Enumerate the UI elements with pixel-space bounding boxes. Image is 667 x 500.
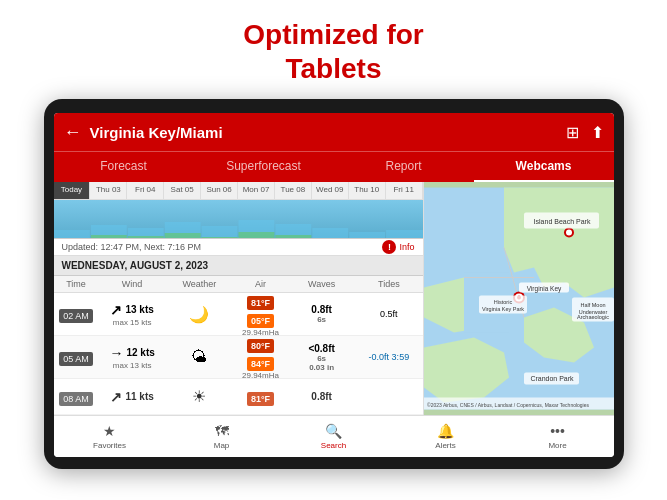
nav-favorites[interactable]: ★ Favorites	[54, 423, 166, 450]
air-badge: 81°F	[247, 392, 274, 406]
weather-icon: ☀	[192, 388, 206, 405]
air-cell: 81°F	[233, 388, 288, 406]
table-header: Time Wind Weather Air Waves Tides	[54, 276, 423, 293]
chart-day-4: Sun 06	[201, 182, 238, 199]
more-icon: •••	[550, 423, 565, 439]
nav-search-label: Search	[321, 441, 346, 450]
chart-area: Today Thu 03 Fri 04 Sat 05 Sun 06 Mon 07…	[54, 182, 423, 239]
time-cell: 05 AM	[54, 348, 99, 366]
headline: Optimized for Tablets	[243, 18, 423, 85]
map-view-icon[interactable]: ⊞	[566, 123, 579, 142]
svg-rect-13	[127, 236, 163, 239]
time-badge: 05 AM	[59, 352, 93, 366]
waves-value: <0.8ft	[288, 343, 355, 354]
nav-map[interactable]: 🗺 Map	[166, 423, 278, 450]
weather-cell: 🌙	[166, 305, 233, 324]
svg-text:Island Beach Park: Island Beach Park	[533, 218, 590, 225]
tab-superforecast[interactable]: Superforecast	[194, 152, 334, 182]
chart-day-5: Mon 07	[238, 182, 275, 199]
table-row: 02 AM ↗ 13 kts max 15 kts 🌙	[54, 293, 423, 336]
waves-cell: 0.8ft 6s	[288, 304, 355, 324]
col-tides: Tides	[355, 279, 422, 289]
svg-rect-16	[238, 232, 274, 239]
weather-icon: 🌤	[191, 348, 207, 365]
updated-text: Updated: 12:47 PM, Next: 7:16 PM	[62, 242, 202, 252]
svg-text:Archaeologic: Archaeologic	[577, 314, 609, 320]
svg-rect-12	[90, 235, 126, 239]
chart-day-6: Tue 08	[275, 182, 312, 199]
wind-speed: 11 kts	[125, 391, 153, 402]
updated-bar: Updated: 12:47 PM, Next: 7:16 PM ! Info	[54, 239, 423, 256]
content-area: Today Thu 03 Fri 04 Sat 05 Sun 06 Mon 07…	[54, 182, 614, 415]
waves-cell: 0.8ft	[288, 391, 355, 402]
weather-cell: 🌤	[166, 348, 233, 366]
tides-value: 0.5ft	[380, 309, 398, 319]
app-header: ← Virginia Key/Miami ⊞ ⬆	[54, 113, 614, 151]
col-air: Air	[233, 279, 288, 289]
air-badge2: 84°F	[247, 357, 274, 371]
svg-point-30	[566, 230, 572, 236]
wind-sub: max 15 kts	[99, 318, 166, 327]
bottom-nav: ★ Favorites 🗺 Map 🔍 Search 🔔 Alerts •••	[54, 415, 614, 457]
air-badge: 80°F	[247, 339, 274, 353]
nav-more[interactable]: ••• More	[502, 423, 614, 450]
wind-main: ↗ 13 kts	[99, 302, 166, 318]
weather-icon: 🌙	[189, 306, 209, 323]
headline-line2: Tablets	[243, 52, 423, 86]
tablet-device: ← Virginia Key/Miami ⊞ ⬆ Forecast Superf…	[44, 99, 624, 469]
svg-rect-15	[201, 237, 237, 239]
nav-alerts-label: Alerts	[435, 441, 455, 450]
svg-rect-10	[386, 230, 423, 239]
chart-days: Today Thu 03 Fri 04 Sat 05 Sun 06 Mon 07…	[54, 182, 423, 200]
chart-day-2: Fri 04	[127, 182, 164, 199]
wind-speed: 13 kts	[125, 304, 153, 315]
location-title: Virginia Key/Miami	[90, 124, 566, 141]
info-icon: !	[382, 240, 396, 254]
nav-favorites-label: Favorites	[93, 441, 126, 450]
nav-more-label: More	[548, 441, 566, 450]
map-icon: 🗺	[215, 423, 229, 439]
svg-text:Half Moon: Half Moon	[580, 302, 605, 308]
search-icon: 🔍	[325, 423, 342, 439]
svg-text:Virginia Key: Virginia Key	[526, 285, 561, 293]
wind-speed: 12 kts	[126, 347, 154, 358]
wind-cell: → 12 kts max 13 kts	[99, 345, 166, 370]
tablet-screen: ← Virginia Key/Miami ⊞ ⬆ Forecast Superf…	[54, 113, 614, 457]
tabs-bar: Forecast Superforecast Report Webcams	[54, 151, 614, 182]
share-icon[interactable]: ⬆	[591, 123, 604, 142]
nav-search[interactable]: 🔍 Search	[278, 423, 390, 450]
chart-day-3: Sat 05	[164, 182, 201, 199]
svg-text:Virginia Key Park: Virginia Key Park	[481, 306, 523, 312]
left-panel: Today Thu 03 Fri 04 Sat 05 Sun 06 Mon 07…	[54, 182, 424, 415]
svg-rect-11	[54, 238, 90, 239]
info-label: Info	[399, 242, 414, 252]
svg-rect-17	[275, 235, 311, 239]
back-button[interactable]: ←	[64, 122, 82, 143]
time-cell: 02 AM	[54, 305, 99, 323]
chart-day-8: Thu 10	[349, 182, 386, 199]
col-waves: Waves	[288, 279, 355, 289]
waves-cell: <0.8ft 6s 0.03 in	[288, 343, 355, 372]
tides-value: -0.0ft 3:59	[369, 352, 410, 362]
waves-sub: 6s	[288, 315, 355, 324]
col-wind: Wind	[99, 279, 166, 289]
tab-forecast[interactable]: Forecast	[54, 152, 194, 182]
tides-cell: 0.5ft	[355, 309, 422, 319]
time-badge: 08 AM	[59, 392, 93, 406]
rain-sub: 0.03 in	[288, 363, 355, 372]
tab-report[interactable]: Report	[334, 152, 474, 182]
tab-webcams[interactable]: Webcams	[474, 152, 614, 182]
wave-chart	[54, 200, 423, 239]
svg-rect-18	[312, 238, 348, 239]
alerts-icon: 🔔	[437, 423, 454, 439]
tides-cell: -0.0ft 3:59	[355, 352, 422, 362]
wind-main: → 12 kts	[99, 345, 166, 361]
waves-value: 0.8ft	[288, 391, 355, 402]
wind-main: ↗ 11 kts	[99, 389, 166, 405]
wind-arrow-icon: ↗	[110, 389, 122, 405]
info-badge[interactable]: ! Info	[382, 240, 414, 254]
wind-cell: ↗ 13 kts max 15 kts	[99, 302, 166, 327]
time-badge: 02 AM	[59, 309, 93, 323]
svg-rect-1	[54, 230, 90, 239]
nav-alerts[interactable]: 🔔 Alerts	[390, 423, 502, 450]
